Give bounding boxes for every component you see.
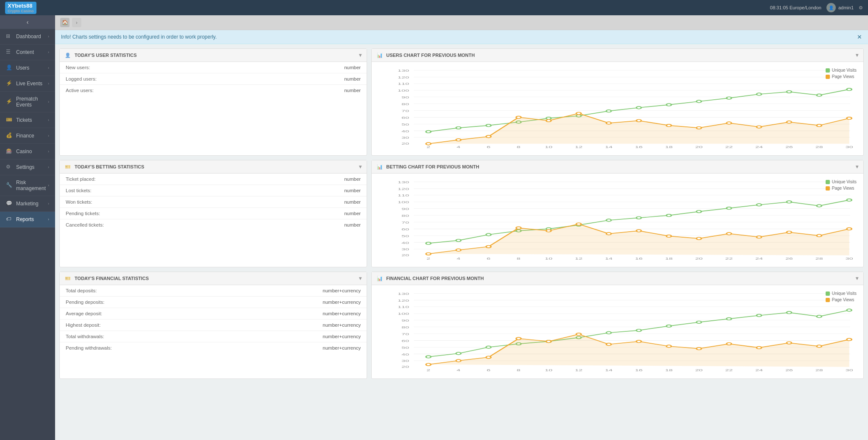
chevron-icon: › [48, 149, 49, 154]
sidebar-item-marketing[interactable]: 💬 Marketing › [0, 196, 55, 212]
sidebar-item-live-events[interactable]: ⚡ Live Events › [0, 76, 55, 92]
sidebar-item-finance[interactable]: 💰 Finance › [0, 128, 55, 144]
sidebar-item-dashboard[interactable]: ⊞ Dashboard › [0, 29, 55, 45]
table-row: Won tickets: number [60, 196, 367, 208]
sidebar-toggle-button[interactable]: ‹ [0, 15, 55, 29]
svg-text:110: 110 [398, 82, 409, 86]
sidebar-item-tickets[interactable]: 🎫 Tickets › [0, 112, 55, 128]
svg-text:2: 2 [427, 368, 431, 372]
chart-icon: 📊 [377, 276, 383, 281]
breadcrumb-forward-button[interactable]: › [72, 18, 81, 27]
svg-point-200 [667, 345, 671, 348]
svg-text:24: 24 [755, 257, 763, 261]
svg-text:12: 12 [575, 368, 583, 372]
stat-value: number [344, 211, 361, 216]
svg-text:20: 20 [401, 253, 409, 257]
svg-point-196 [546, 340, 551, 343]
breadcrumb-home-button[interactable]: 🏠 [60, 18, 70, 27]
stat-label: Pending withdrawals: [66, 345, 112, 350]
svg-text:16: 16 [635, 257, 643, 261]
svg-text:24: 24 [755, 145, 763, 149]
chevron-icon: › [48, 118, 49, 122]
svg-text:120: 120 [398, 76, 409, 79]
svg-point-134 [757, 236, 761, 238]
svg-text:90: 90 [401, 319, 409, 322]
svg-point-185 [697, 321, 701, 324]
svg-point-127 [546, 230, 551, 232]
svg-point-123 [426, 253, 431, 255]
info-banner-text: Info! Charts settings needs to be config… [61, 34, 217, 40]
sidebar-item-risk-management[interactable]: 🔧 Risk management › [0, 175, 55, 196]
stat-value: number [344, 177, 361, 182]
table-row: Ticket placed: number [60, 174, 367, 185]
logo-name: XYbets88 [8, 3, 33, 9]
svg-text:120: 120 [398, 187, 409, 191]
table-row: Average deposit: number+currency [60, 308, 367, 319]
sidebar-item-reports[interactable]: 🏷 Reports › [0, 212, 55, 227]
svg-text:4: 4 [456, 145, 460, 149]
sidebar-item-settings[interactable]: ⚙ Settings › [0, 160, 55, 175]
svg-text:130: 130 [398, 180, 409, 184]
topbar-settings-icon[interactable]: ⚙ [859, 5, 863, 11]
svg-point-55 [456, 139, 461, 141]
svg-point-114 [637, 217, 641, 219]
sidebar-item-casino[interactable]: 🎰 Casino › [0, 144, 55, 160]
prematch-events-icon: ⚡ [6, 98, 13, 105]
svg-text:60: 60 [401, 116, 409, 120]
chevron-icon: › [48, 183, 49, 188]
chevron-icon: › [48, 217, 49, 221]
chevron-icon: › [48, 165, 49, 169]
svg-point-188 [787, 311, 791, 314]
users-chart-legend: Unique Visits Page Views [826, 68, 857, 79]
topbar-user[interactable]: 👤 admin1 [826, 3, 854, 12]
stat-value: number [344, 76, 361, 81]
financial-chart-title: FINANCIAL CHART FOR PREVIOUS MONTH [386, 276, 484, 281]
table-row: Total deposits: number+currency [60, 285, 367, 297]
chevron-icon: › [48, 81, 49, 86]
dashboard-icon: ⊞ [6, 33, 13, 40]
svg-marker-191 [428, 334, 849, 367]
stat-value: number+currency [323, 288, 361, 293]
users-chart-svg: 130 120 110 100 90 80 70 60 50 40 30 20 … [375, 65, 860, 152]
betting-stats-header: 🎫 TODAY's BETTING STATISTICS ▾ [60, 160, 367, 174]
legend-item: Unique Visits [826, 179, 857, 184]
svg-point-129 [606, 233, 611, 235]
marketing-icon: 💬 [6, 200, 13, 207]
table-row: Logged users: number [60, 73, 367, 85]
sidebar-label-reports: Reports [16, 216, 48, 222]
betting-stats-collapse-button[interactable]: ▾ [359, 164, 362, 170]
svg-text:130: 130 [398, 292, 409, 296]
betting-chart-collapse-button[interactable]: ▾ [856, 164, 858, 170]
svg-text:4: 4 [456, 368, 460, 372]
svg-text:50: 50 [401, 346, 409, 350]
risk-management-icon: 🔧 [6, 182, 13, 189]
svg-text:28: 28 [815, 368, 823, 372]
info-banner-close-button[interactable]: ✕ [857, 34, 862, 40]
stat-value: number [344, 222, 361, 227]
svg-text:12: 12 [575, 257, 583, 261]
svg-point-58 [546, 120, 551, 122]
financial-chart-collapse-button[interactable]: ▾ [856, 275, 858, 281]
betting-chart-container: 130 120 110 100 90 80 70 60 50 40 30 20 … [372, 174, 863, 267]
svg-text:6: 6 [487, 368, 490, 372]
legend-dot-pageviews [826, 186, 830, 191]
svg-text:130: 130 [398, 69, 409, 73]
user-stats-collapse-button[interactable]: ▾ [359, 52, 362, 58]
sidebar-item-content[interactable]: ☰ Content › [0, 45, 55, 60]
financial-stats-collapse-button[interactable]: ▾ [359, 275, 362, 281]
svg-text:6: 6 [487, 145, 490, 149]
betting-stats-body: Ticket placed: number Lost tickets: numb… [60, 174, 367, 230]
sidebar-item-prematch-events[interactable]: ⚡ Prematch Events › [0, 92, 55, 112]
svg-point-115 [667, 214, 671, 217]
logo-subtitle: Crypto Casino [8, 9, 34, 13]
sidebar-item-users[interactable]: 👤 Users › [0, 60, 55, 76]
users-chart-collapse-button[interactable]: ▾ [856, 52, 858, 58]
financial-chart-svg: 130 120 110 100 90 80 70 60 50 40 30 20 … [375, 289, 860, 375]
svg-point-68 [847, 117, 851, 120]
info-banner: Info! Charts settings needs to be config… [55, 30, 868, 44]
financial-stats-title: TODAY's FINANCIAL STATISTICS [75, 276, 149, 281]
svg-text:100: 100 [398, 312, 409, 316]
legend-dot-pageviews [826, 298, 830, 302]
app-body: ‹ ⊞ Dashboard › ☰ Content › 👤 Users › ⚡ … [0, 15, 868, 440]
svg-point-130 [637, 230, 641, 232]
